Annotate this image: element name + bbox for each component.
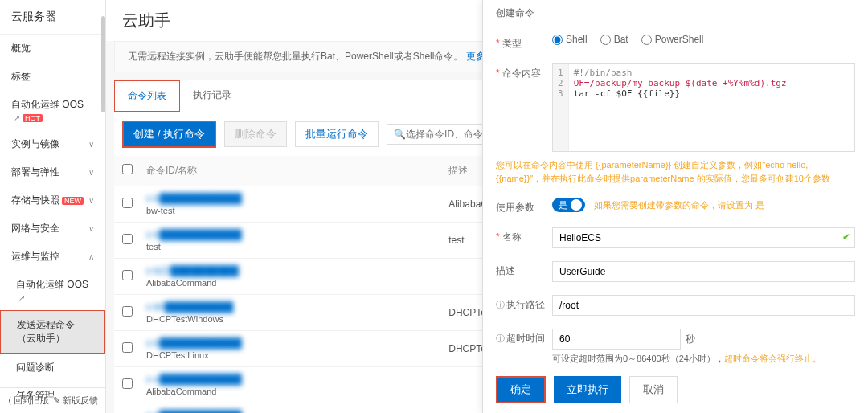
create-command-drawer: 创建命令 类型 Shell Bat PowerShell 命令内容 123 #!… [482,0,868,413]
drawer-title: 创建命令 [483,0,868,27]
command-id-link[interactable]: c-b████████████ [146,193,242,204]
batch-run-button[interactable]: 批量运行命令 [295,121,379,147]
command-name: AlibabaCommand [146,278,448,288]
command-name: test [146,242,448,251]
valid-icon: ✔ [842,231,850,243]
search-icon: 🔍 [394,129,406,140]
command-id-link[interactable]: c-b0██████████ [146,301,233,313]
type-radio-group: Shell Bat PowerShell [552,34,855,45]
command-name: DHCPTestLinux [146,350,448,360]
feedback-link[interactable]: ✎ 新版反馈 [53,395,98,407]
toggle-hint: 如果您需要创建带参数的命令，请设置为 是 [594,200,764,210]
use-param-toggle[interactable]: 是 [552,198,585,212]
sidebar-title: 云服务器 [0,0,105,35]
code-body[interactable]: #!/bin/bash OF=/backup/my-backup-$(date … [569,64,854,151]
cancel-button[interactable]: 取消 [629,376,678,403]
sidebar-item[interactable]: 标签 [0,63,105,91]
sidebar-item[interactable]: 发送远程命令（云助手） [0,310,105,354]
timeout-input[interactable] [552,329,681,350]
param-hint: 您可以在命令内容中使用 {{parameterName}} 创建自定义参数，例如… [483,158,868,191]
content-label: 命令内容 [496,63,552,80]
select-all-checkbox[interactable] [122,164,133,174]
command-name: AlibabaCommand [146,386,448,396]
create-command-button[interactable]: 创建 / 执行命令 [122,121,216,148]
command-id-link[interactable]: c-4████████████ [146,410,242,413]
sidebar: 云服务器 概览标签自动化运维 OOS ↗HOT实例与镜像∨部署与弹性∨存储与快照… [0,0,106,413]
radio-bat[interactable]: Bat [600,34,628,45]
sidebar-item[interactable]: 自动化运维 OOS ↗ [0,271,105,310]
sidebar-item[interactable]: 存储与快照NEW∨ [0,186,105,215]
row-checkbox[interactable] [122,342,133,353]
drawer-footer: 确定 立即执行 取消 [483,366,868,413]
desc-label: 描述 [496,261,552,278]
col-id: 命令ID/名称 [146,164,448,178]
timeout-hint: 可设定超时范围为0～86400秒（24小时），超时命令将会强行终止。 [552,353,855,365]
back-old-link[interactable]: ⟨ 回到旧版 [8,395,49,407]
sidebar-item[interactable]: 概览 [0,35,105,63]
badge: NEW [62,197,84,205]
sidebar-item[interactable]: 网络与安全∨ [0,215,105,243]
use-param-label: 使用参数 [496,198,552,215]
sidebar-footer: ⟨ 回到旧版 ✎ 新版反馈 [0,387,106,413]
sidebar-item[interactable]: 自动化运维 OOS ↗HOT [0,91,105,130]
help-icon[interactable]: ⓘ [496,333,505,343]
chevron-icon: ∨ [88,224,94,233]
command-id-link[interactable]: c-b████████████ [146,229,242,240]
external-icon: ↗ [18,293,25,302]
timeout-label: ⓘ超时时间 [496,329,552,346]
path-label: ⓘ执行路径 [496,295,552,312]
tab-exec-history[interactable]: 执行记录 [180,80,244,112]
row-checkbox[interactable] [122,270,133,280]
badge: HOT [23,114,43,122]
delete-command-button: 删除命令 [224,121,287,147]
row-checkbox[interactable] [122,198,133,208]
command-id-link[interactable]: c-o████████████ [146,374,242,385]
sidebar-item[interactable]: 运维与监控∧ [0,243,105,271]
row-checkbox[interactable] [122,306,133,317]
chevron-icon: ∨ [88,196,94,205]
command-name: bw-test [146,206,448,215]
chevron-icon: ∨ [88,140,94,149]
command-id-link[interactable]: c-b████████████ [146,337,242,349]
radio-powershell[interactable]: PowerShell [641,34,704,45]
name-input[interactable] [552,227,855,248]
tab-command-list[interactable]: 命令列表 [114,80,180,112]
sidebar-item[interactable]: 部署与弹性∨ [0,158,105,186]
command-name: DHCPTestWindows [146,314,448,324]
command-id-link[interactable]: c-b22██████████ [146,265,239,276]
row-checkbox[interactable] [122,234,133,244]
sidebar-scrollbar[interactable] [101,16,105,112]
type-label: 类型 [496,34,552,51]
sidebar-item[interactable]: 问题诊断 [0,354,105,382]
help-icon[interactable]: ⓘ [496,300,505,309]
sidebar-item[interactable]: 实例与镜像∨ [0,130,105,158]
row-checkbox[interactable] [122,378,133,389]
code-editor[interactable]: 123 #!/bin/bash OF=/backup/my-backup-$(d… [552,63,855,152]
chevron-icon: ∧ [88,252,94,261]
name-label: 名称 [496,227,552,244]
external-icon: ↗ [14,113,20,122]
desc-input[interactable] [552,261,855,282]
run-now-button[interactable]: 立即执行 [554,376,621,403]
radio-shell[interactable]: Shell [552,34,588,45]
code-gutter: 123 [553,64,569,151]
chevron-icon: ∨ [88,168,94,177]
confirm-button[interactable]: 确定 [496,376,546,403]
path-input[interactable] [552,295,855,316]
